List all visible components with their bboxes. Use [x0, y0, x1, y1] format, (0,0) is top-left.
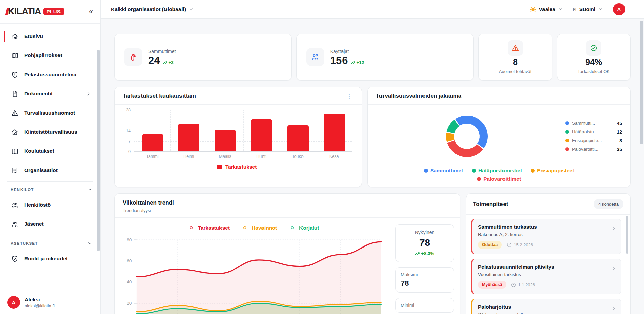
sidebar-item-organisaatiot[interactable]: Organisaatiot: [0, 162, 96, 178]
home-icon: [11, 32, 19, 40]
organization-selector[interactable]: Kaikki organisaatiot (Globaali): [111, 6, 194, 12]
sidebar-item-label: Henkilöstö: [24, 202, 51, 208]
donut-chart-card: Turvallisuusvälineiden jakauma Sammutti.…: [367, 87, 631, 187]
document-icon: [11, 90, 19, 98]
two-users-icon: [11, 220, 19, 228]
stat-label: Käyttäjät: [330, 49, 364, 54]
chart-subtitle: Trendianalyysi: [123, 208, 452, 213]
user-avatar-button[interactable]: A: [613, 3, 625, 15]
sidebar-item-etusivu[interactable]: Etusivu: [0, 28, 96, 44]
action-item[interactable]: Pelastussuunnitelman päivitys Vuosittain…: [471, 259, 621, 294]
stat-value: 156: [330, 55, 348, 66]
sidebar-item-henkilosto[interactable]: Henkilöstö: [0, 197, 96, 213]
stat-trend: +2: [163, 60, 173, 65]
sidebar-item-kiinteistoturvallisuus[interactable]: Kiinteistöturvallisuus: [0, 124, 96, 140]
sidebar-item-koulutukset[interactable]: Koulutukset: [0, 143, 96, 159]
section-title: ASETUKSET: [11, 241, 38, 245]
donut-chart: [376, 109, 558, 164]
brand-logo[interactable]: KILATIA PLUS: [8, 6, 64, 17]
page-scrollbar[interactable]: [640, 21, 643, 144]
main-area: Kaikki organisaatiot (Globaali) Vaalea F: [101, 0, 644, 314]
home-shield-icon: [11, 128, 19, 136]
trend-stats-column: Nykyinen 78 +8.3% Maksimi 78: [389, 218, 460, 314]
stat-value: 8: [513, 58, 518, 66]
count-badge: 4 kohdetta: [594, 199, 623, 209]
divider: [7, 181, 93, 182]
sidebar-item-turvallisuushuomiot[interactable]: Turvallisuushuomiot: [0, 105, 96, 121]
bar-chart-card: Tarkastukset kuukausittain ⋮ 071428 Tamm…: [114, 87, 362, 187]
legend-item[interactable]: Havainnot: [241, 225, 277, 231]
warning-triangle-icon: [11, 109, 19, 117]
stat-value: 94%: [585, 58, 602, 66]
legend-marker: [187, 226, 195, 230]
legend-row: Sammutti... 45: [565, 121, 622, 126]
sidebar-user[interactable]: A Aleksi aleksi@kilatia.fi: [0, 290, 100, 314]
sidebar-item-jasenet[interactable]: Jäsenet: [0, 216, 96, 232]
sidebar-item-dokumentit[interactable]: Dokumentit: [0, 86, 96, 102]
stat-card-tarkastukset-ok: 94% Tarkastukset OK: [557, 34, 631, 81]
sidebar-item-pohjapiirrokset[interactable]: Pohjapiirrokset: [0, 47, 96, 63]
sidebar-item-roolit-ja-oikeudet[interactable]: Roolit ja oikeudet: [0, 251, 96, 267]
map-icon: [11, 51, 19, 59]
section-henkilot[interactable]: HENKILÖT: [11, 187, 92, 192]
theme-selector[interactable]: Vaalea: [530, 6, 563, 13]
legend-item[interactable]: Palovaroittimet: [477, 175, 521, 183]
clock-icon: [507, 242, 512, 248]
bar-chart-legend[interactable]: Tarkastukset: [122, 164, 352, 170]
legend-item[interactable]: Sammuttimet: [424, 166, 463, 175]
due-date: 1.1.2026: [511, 282, 535, 287]
legend-item[interactable]: Hätäpoistumistiet: [472, 166, 522, 175]
sidebar-scrollbar[interactable]: [97, 50, 100, 251]
stat-card-kayttajat: Käyttäjät 156 +12: [296, 34, 474, 81]
charts-row: Tarkastukset kuukausittain ⋮ 071428 Tamm…: [114, 87, 631, 187]
chart-title: Viikoittainen trendi: [123, 199, 452, 206]
shield-check-icon: [11, 255, 19, 263]
chevron-down-icon: [558, 7, 563, 12]
clock-icon: [511, 282, 516, 287]
bar-chart-plot: [134, 110, 352, 152]
trending-up-icon: [415, 252, 420, 255]
actions-scrollbar[interactable]: [626, 216, 628, 254]
theme-label: Vaalea: [539, 6, 555, 12]
chevron-down-icon: [598, 7, 603, 12]
stat-trend: +12: [351, 60, 364, 65]
stat-card-sammuttimet: Sammuttimet 24 +2: [114, 34, 292, 81]
stat-label: Avoimet tehtävät: [499, 69, 532, 74]
action-item[interactable]: Sammuttimen tarkastus Rakennus A, 2. ker…: [471, 219, 621, 254]
language-code: FI: [573, 7, 577, 11]
sidebar-item-label: Organisaatiot: [24, 167, 58, 173]
line-chart-plot: 20406080: [121, 236, 386, 314]
donut-bottom-legend: Sammuttimet Hätäpoistumistiet Ensiapupis…: [376, 165, 622, 187]
legend-row: Palovaroitti... 35: [565, 147, 622, 152]
stat-card-avoimet-tehtavat: 8 Avoimet tehtävät: [478, 34, 552, 81]
legend-item[interactable]: Tarkastukset: [187, 225, 230, 231]
user-name: Aleksi: [25, 297, 55, 303]
stat-value: 24: [148, 55, 160, 66]
sidebar-item-label: Turvallisuushuomiot: [24, 110, 75, 116]
kebab-menu-icon[interactable]: ⋮: [345, 93, 354, 99]
chart-title: Turvallisuusvälineiden jakauma: [376, 93, 461, 99]
sidebar-item-pelastussuunnitelma[interactable]: Pelastussuunnitelma: [0, 66, 96, 83]
section-asetukset[interactable]: ASETUKSET: [11, 241, 92, 246]
fire-extinguisher-icon: [124, 48, 142, 66]
language-selector[interactable]: FI Suomi: [573, 6, 603, 12]
shield-alert-icon: [11, 71, 19, 79]
legend-row: Hätäpoistu... 12: [565, 129, 622, 135]
trend-chart-card: Viikoittainen trendi Trendianalyysi Tark…: [114, 193, 460, 314]
legend-label: Tarkastukset: [225, 164, 257, 170]
chevron-right-icon: [611, 266, 616, 271]
due-date: 15.2.2026: [507, 242, 533, 248]
line-chart: Tarkastukset Havainnot Korjatut: [115, 218, 389, 314]
sidebar-item-label: Pohjapiirrokset: [24, 52, 62, 58]
alert-triangle-icon: [508, 40, 523, 56]
chevron-down-icon: [87, 241, 92, 246]
stats-row: Sammuttimet 24 +2: [114, 34, 631, 81]
action-item[interactable]: Paloharjoitus Q1 harjoitus suunniteltu: [471, 299, 621, 314]
legend-dot: [477, 177, 481, 181]
legend-item[interactable]: Ensiapupisteet: [531, 166, 574, 175]
chevron-right-icon: [86, 91, 91, 96]
logo-plus-badge: PLUS: [43, 8, 64, 15]
legend-item[interactable]: Korjatut: [288, 225, 319, 231]
svg-text:80: 80: [127, 237, 132, 242]
sidebar-collapse-button[interactable]: «: [89, 8, 93, 15]
